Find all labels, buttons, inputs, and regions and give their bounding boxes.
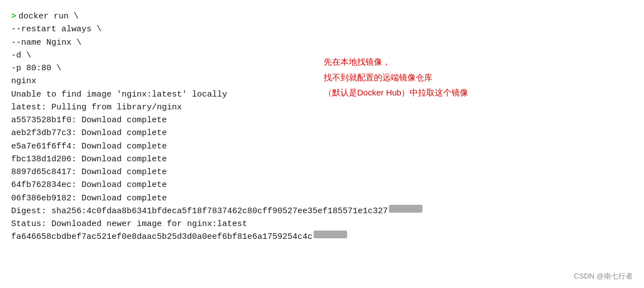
blurred-digest (389, 205, 422, 213)
line-text-14: 64fb762834ec: Download complete (11, 179, 167, 191)
line-text-15: 06f386eb9182: Download complete (11, 192, 167, 205)
line-text-18: fa646658cbdbef7ac521ef0e8daac5b25d3d0a0e… (11, 231, 313, 243)
terminal-line-15: 06f386eb9182: Download complete (11, 192, 633, 205)
line-text-12: fbc138d1d206: Download complete (11, 153, 167, 166)
annotation-line-2: 找不到就配置的远端镜像仓库 (324, 70, 468, 85)
line-text-3: --name Nginx \ (11, 36, 81, 49)
line-text-8: latest: Pulling from library/nginx (11, 101, 182, 114)
line-text-7: Unable to find image 'nginx:latest' loca… (11, 88, 227, 101)
terminal-line-16: Digest: sha256:4c0fdaa8b6341bfdeca5f18f7… (11, 205, 633, 218)
terminal-line-18: fa646658cbdbef7ac521ef0e8daac5b25d3d0a0e… (11, 231, 633, 243)
watermark: CSDN @南七行者 (574, 271, 633, 281)
prompt-arrow: > (11, 10, 16, 23)
line-text-11: e5a7e61f6ff4: Download complete (11, 140, 167, 153)
terminal-line-7: Unable to find image 'nginx:latest' loca… (11, 88, 633, 101)
terminal-line-17: Status: Downloaded newer image for nginx… (11, 218, 633, 231)
line-text-16: Digest: sha256:4c0fdaa8b6341bfdeca5f18f7… (11, 205, 388, 218)
line-text-5: -p 80:80 \ (11, 62, 61, 75)
annotation-block: 先在本地找镜像， 找不到就配置的远端镜像仓库 （默认是Docker Hub）中拉… (324, 55, 468, 100)
line-text-10: aeb2f3db77c3: Download complete (11, 127, 167, 140)
line-text-17: Status: Downloaded newer image for nginx… (11, 218, 247, 231)
annotation-line-1: 先在本地找镜像， (324, 55, 468, 69)
blurred-containerid (314, 231, 347, 238)
terminal-line-12: fbc138d1d206: Download complete (11, 153, 633, 166)
terminal-container: > docker run \ --restart always \ --name… (0, 0, 644, 288)
terminal-line-8: latest: Pulling from library/nginx (11, 101, 633, 114)
terminal-line-10: aeb2f3db77c3: Download complete (11, 127, 633, 140)
terminal-line-1: > docker run \ (11, 10, 633, 23)
terminal-line-13: 8897d65c8417: Download complete (11, 166, 633, 179)
line-text-9: a5573528b1f0: Download complete (11, 114, 167, 127)
line-text-1: docker run \ (18, 10, 79, 23)
terminal-line-11: e5a7e61f6ff4: Download complete (11, 140, 633, 153)
terminal-line-5: -p 80:80 \ (11, 62, 633, 75)
terminal-line-6: nginx (11, 75, 633, 88)
annotation-line-3: （默认是Docker Hub）中拉取这个镜像 (324, 85, 468, 100)
terminal-line-2: --restart always \ (11, 23, 633, 36)
line-text-6: nginx (11, 75, 36, 88)
terminal-line-14: 64fb762834ec: Download complete (11, 179, 633, 191)
line-text-4: -d \ (11, 49, 31, 62)
terminal-line-3: --name Nginx \ (11, 36, 633, 49)
line-text-2: --restart always \ (11, 23, 102, 36)
line-text-13: 8897d65c8417: Download complete (11, 166, 167, 179)
terminal-line-4: -d \ (11, 49, 633, 62)
terminal-line-9: a5573528b1f0: Download complete (11, 114, 633, 127)
